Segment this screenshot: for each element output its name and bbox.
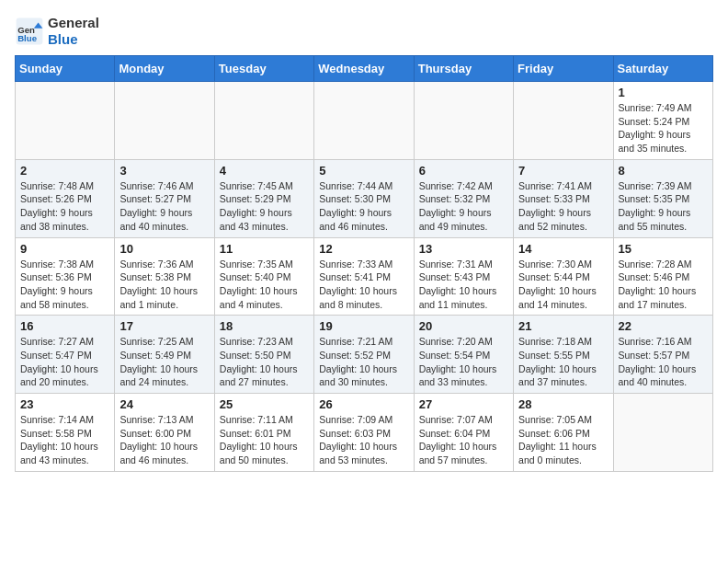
day-info: Sunrise: 7:38 AM Sunset: 5:36 PM Dayligh… [20, 258, 109, 312]
day-number: 23 [20, 397, 109, 411]
day-number: 28 [518, 397, 608, 411]
day-number: 2 [20, 164, 109, 178]
day-number: 18 [220, 319, 309, 333]
day-number: 26 [319, 397, 408, 411]
calendar-day-cell: 19Sunrise: 7:21 AM Sunset: 5:52 PM Dayli… [314, 316, 414, 394]
day-number: 10 [119, 242, 209, 256]
svg-text:Blue: Blue [17, 33, 37, 43]
day-info: Sunrise: 7:39 AM Sunset: 5:35 PM Dayligh… [619, 179, 708, 234]
day-number: 8 [619, 164, 708, 178]
day-number: 6 [419, 164, 508, 178]
header-saturday: Saturday [613, 56, 712, 82]
calendar-day-cell: 18Sunrise: 7:23 AM Sunset: 5:50 PM Dayli… [214, 316, 313, 394]
calendar-day-cell: 3Sunrise: 7:46 AM Sunset: 5:27 PM Daylig… [115, 159, 214, 237]
day-number: 5 [319, 164, 408, 178]
calendar-header-row: SundayMondayTuesdayWednesdayThursdayFrid… [16, 56, 713, 82]
calendar-day-cell: 20Sunrise: 7:20 AM Sunset: 5:54 PM Dayli… [414, 316, 513, 394]
day-number: 3 [119, 164, 209, 178]
calendar-day-cell: 15Sunrise: 7:28 AM Sunset: 5:46 PM Dayli… [613, 237, 712, 316]
day-info: Sunrise: 7:14 AM Sunset: 5:58 PM Dayligh… [20, 413, 109, 467]
calendar-day-cell: 11Sunrise: 7:35 AM Sunset: 5:40 PM Dayli… [214, 237, 313, 316]
day-info: Sunrise: 7:41 AM Sunset: 5:33 PM Dayligh… [518, 179, 608, 234]
day-number: 20 [419, 319, 508, 333]
day-number: 14 [518, 242, 608, 256]
day-number: 11 [220, 242, 309, 256]
header-sunday: Sunday [16, 56, 115, 82]
calendar-day-cell: 8Sunrise: 7:39 AM Sunset: 5:35 PM Daylig… [613, 159, 712, 237]
calendar-week-row: 2Sunrise: 7:48 AM Sunset: 5:26 PM Daylig… [16, 159, 713, 237]
day-info: Sunrise: 7:25 AM Sunset: 5:49 PM Dayligh… [119, 335, 209, 389]
day-number: 21 [518, 319, 608, 333]
day-info: Sunrise: 7:27 AM Sunset: 5:47 PM Dayligh… [20, 335, 109, 389]
day-info: Sunrise: 7:36 AM Sunset: 5:38 PM Dayligh… [119, 258, 209, 312]
calendar-week-row: 16Sunrise: 7:27 AM Sunset: 5:47 PM Dayli… [16, 316, 713, 394]
calendar-day-cell: 22Sunrise: 7:16 AM Sunset: 5:57 PM Dayli… [613, 316, 712, 394]
day-number: 4 [220, 164, 309, 178]
day-info: Sunrise: 7:21 AM Sunset: 5:52 PM Dayligh… [319, 335, 408, 389]
calendar-day-cell: 27Sunrise: 7:07 AM Sunset: 6:04 PM Dayli… [414, 394, 513, 472]
day-info: Sunrise: 7:20 AM Sunset: 5:54 PM Dayligh… [419, 335, 508, 389]
logo-blue: Blue [48, 31, 99, 48]
day-number: 13 [419, 242, 508, 256]
day-info: Sunrise: 7:16 AM Sunset: 5:57 PM Dayligh… [619, 335, 708, 389]
day-number: 16 [20, 319, 109, 333]
day-info: Sunrise: 7:49 AM Sunset: 5:24 PM Dayligh… [619, 101, 708, 155]
calendar-day-cell [214, 82, 313, 160]
calendar-day-cell: 28Sunrise: 7:05 AM Sunset: 6:06 PM Dayli… [514, 394, 613, 472]
day-number: 17 [119, 319, 209, 333]
calendar-day-cell: 21Sunrise: 7:18 AM Sunset: 5:55 PM Dayli… [514, 316, 613, 394]
day-number: 24 [119, 397, 209, 411]
day-info: Sunrise: 7:11 AM Sunset: 6:01 PM Dayligh… [220, 413, 309, 467]
header-friday: Friday [514, 56, 613, 82]
calendar-day-cell: 4Sunrise: 7:45 AM Sunset: 5:29 PM Daylig… [214, 159, 313, 237]
day-info: Sunrise: 7:42 AM Sunset: 5:32 PM Dayligh… [419, 179, 508, 234]
calendar-day-cell: 12Sunrise: 7:33 AM Sunset: 5:41 PM Dayli… [314, 237, 414, 316]
day-info: Sunrise: 7:45 AM Sunset: 5:29 PM Dayligh… [220, 179, 309, 234]
calendar-day-cell: 6Sunrise: 7:42 AM Sunset: 5:32 PM Daylig… [414, 159, 513, 237]
day-info: Sunrise: 7:13 AM Sunset: 6:00 PM Dayligh… [119, 413, 209, 467]
calendar-day-cell: 13Sunrise: 7:31 AM Sunset: 5:43 PM Dayli… [414, 237, 513, 316]
calendar-day-cell: 10Sunrise: 7:36 AM Sunset: 5:38 PM Dayli… [115, 237, 214, 316]
day-number: 27 [419, 397, 508, 411]
calendar-week-row: 1Sunrise: 7:49 AM Sunset: 5:24 PM Daylig… [16, 82, 713, 160]
calendar-day-cell: 5Sunrise: 7:44 AM Sunset: 5:30 PM Daylig… [314, 159, 414, 237]
day-info: Sunrise: 7:07 AM Sunset: 6:04 PM Dayligh… [419, 413, 508, 467]
day-info: Sunrise: 7:28 AM Sunset: 5:46 PM Dayligh… [619, 258, 708, 312]
day-number: 25 [220, 397, 309, 411]
calendar-day-cell: 7Sunrise: 7:41 AM Sunset: 5:33 PM Daylig… [514, 159, 613, 237]
calendar-day-cell: 17Sunrise: 7:25 AM Sunset: 5:49 PM Dayli… [115, 316, 214, 394]
day-number: 7 [518, 164, 608, 178]
calendar-week-row: 23Sunrise: 7:14 AM Sunset: 5:58 PM Dayli… [16, 394, 713, 472]
header-wednesday: Wednesday [314, 56, 414, 82]
logo: Gen Blue General Blue [15, 15, 99, 48]
header-thursday: Thursday [414, 56, 513, 82]
day-info: Sunrise: 7:46 AM Sunset: 5:27 PM Dayligh… [119, 179, 209, 234]
calendar-day-cell [414, 82, 513, 160]
day-info: Sunrise: 7:09 AM Sunset: 6:03 PM Dayligh… [319, 413, 408, 467]
day-info: Sunrise: 7:33 AM Sunset: 5:41 PM Dayligh… [319, 258, 408, 312]
day-info: Sunrise: 7:23 AM Sunset: 5:50 PM Dayligh… [220, 335, 309, 389]
calendar-day-cell [16, 82, 115, 160]
calendar-day-cell: 14Sunrise: 7:30 AM Sunset: 5:44 PM Dayli… [514, 237, 613, 316]
calendar-day-cell [115, 82, 214, 160]
day-number: 12 [319, 242, 408, 256]
calendar-table: SundayMondayTuesdayWednesdayThursdayFrid… [15, 55, 713, 472]
calendar-day-cell [514, 82, 613, 160]
day-number: 9 [20, 242, 109, 256]
day-number: 15 [619, 242, 708, 256]
header-monday: Monday [115, 56, 214, 82]
calendar-day-cell: 26Sunrise: 7:09 AM Sunset: 6:03 PM Dayli… [314, 394, 414, 472]
day-number: 19 [319, 319, 408, 333]
logo-icon: Gen Blue [15, 17, 44, 46]
calendar-day-cell [613, 394, 712, 472]
day-number: 22 [619, 319, 708, 333]
day-info: Sunrise: 7:35 AM Sunset: 5:40 PM Dayligh… [220, 258, 309, 312]
day-info: Sunrise: 7:30 AM Sunset: 5:44 PM Dayligh… [518, 258, 608, 312]
header-tuesday: Tuesday [214, 56, 313, 82]
calendar-day-cell: 24Sunrise: 7:13 AM Sunset: 6:00 PM Dayli… [115, 394, 214, 472]
calendar-day-cell: 9Sunrise: 7:38 AM Sunset: 5:36 PM Daylig… [16, 237, 115, 316]
calendar-day-cell: 16Sunrise: 7:27 AM Sunset: 5:47 PM Dayli… [16, 316, 115, 394]
day-info: Sunrise: 7:05 AM Sunset: 6:06 PM Dayligh… [518, 413, 608, 467]
calendar-day-cell: 1Sunrise: 7:49 AM Sunset: 5:24 PM Daylig… [613, 82, 712, 160]
day-info: Sunrise: 7:48 AM Sunset: 5:26 PM Dayligh… [20, 179, 109, 234]
